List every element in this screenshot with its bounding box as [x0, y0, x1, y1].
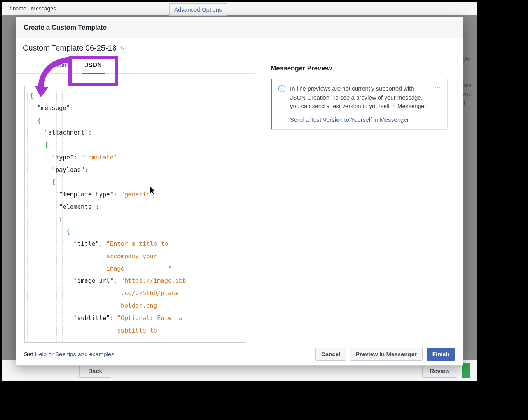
preview-pane: Messenger Preview i In-line previews are… — [255, 55, 463, 343]
review-button[interactable]: Review — [422, 364, 457, 378]
editor-tabs: Visual JSON — [16, 55, 255, 74]
bg-green-button-stub[interactable] — [462, 363, 470, 378]
json-code-editor[interactable]: { "message": { "attachment": { "type": "… — [24, 86, 246, 343]
modal-footer: Get Help or See tips and examples. Cance… — [16, 343, 463, 365]
finish-button[interactable]: Finish — [427, 348, 455, 360]
tips-link[interactable]: See tips and examples — [55, 351, 114, 357]
preview-heading: Messenger Preview — [271, 65, 448, 72]
bg-window-header: t name - Messages Advanced Options — [2, 2, 477, 15]
cancel-button[interactable]: Cancel — [315, 348, 346, 360]
editor-pane: Visual JSON { "message": { "attachment":… — [16, 55, 255, 343]
preview-in-messenger-button[interactable]: Preview In Messenger — [350, 348, 423, 360]
template-name-row: Custom Template 06-25-18 ✎ — [16, 38, 463, 55]
preview-info-card: i In-line previews are not currently sup… — [271, 79, 448, 130]
advanced-options-button[interactable]: Advanced Options — [169, 4, 227, 16]
help-link[interactable]: Help — [35, 351, 47, 357]
tab-visual[interactable]: Visual — [25, 56, 76, 74]
info-text: In-line previews are not currently suppo… — [290, 85, 428, 109]
modal-header: Create a Custom Template — [16, 18, 463, 38]
edit-name-icon[interactable]: ✎ — [120, 45, 125, 52]
footer-help-text: Get Help or See tips and examples. — [24, 351, 116, 357]
info-icon: i — [278, 85, 285, 92]
template-name-text: Custom Template 06-25-18 — [23, 44, 117, 52]
custom-template-modal: Create a Custom Template Custom Template… — [16, 17, 463, 366]
bg-header-title: t name - Messages — [10, 5, 56, 12]
card-menu-icon[interactable]: ··· — [435, 84, 441, 91]
tab-json[interactable]: JSON — [76, 56, 110, 74]
back-button[interactable]: Back — [79, 364, 111, 378]
send-test-link[interactable]: Send a Test Version to Yourself in Messe… — [290, 116, 430, 124]
